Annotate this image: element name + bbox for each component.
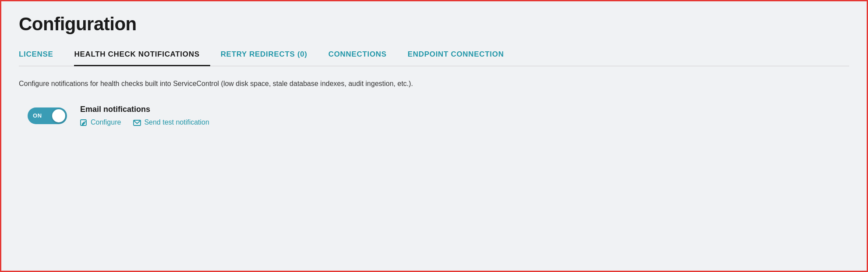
send-test-notification-link[interactable]: Send test notification bbox=[133, 118, 209, 126]
configure-icon bbox=[80, 119, 88, 127]
email-notifications-toggle[interactable]: ON bbox=[28, 107, 67, 124]
tab-connections[interactable]: CONNECTIONS bbox=[328, 46, 397, 66]
configure-link[interactable]: Configure bbox=[80, 118, 121, 126]
tab-endpoint-connection[interactable]: ENDPOINT CONNECTION bbox=[408, 46, 515, 66]
configure-label: Configure bbox=[91, 118, 121, 126]
page-wrapper: Configuration LICENSE HEALTH CHECK NOTIF… bbox=[0, 0, 868, 272]
notification-actions: Configure Send test notification bbox=[80, 118, 209, 126]
toggle-label: ON bbox=[33, 112, 42, 119]
notification-row: ON Email notifications Configure bbox=[19, 105, 849, 126]
send-test-label: Send test notification bbox=[144, 118, 209, 126]
tab-retry-redirects[interactable]: RETRY REDIRECTS (0) bbox=[221, 46, 318, 66]
toggle-container: ON bbox=[28, 107, 67, 124]
page-title: Configuration bbox=[19, 14, 849, 35]
tabs-nav: LICENSE HEALTH CHECK NOTIFICATIONS RETRY… bbox=[19, 45, 849, 66]
toggle-knob bbox=[52, 109, 65, 122]
notification-info: Email notifications Configure bbox=[80, 105, 209, 126]
mail-icon bbox=[133, 120, 141, 126]
tab-health-check-notifications[interactable]: HEALTH CHECK NOTIFICATIONS bbox=[74, 46, 210, 66]
notification-title: Email notifications bbox=[80, 105, 209, 114]
tab-license[interactable]: LICENSE bbox=[19, 46, 64, 66]
description-text: Configure notifications for health check… bbox=[19, 79, 849, 89]
